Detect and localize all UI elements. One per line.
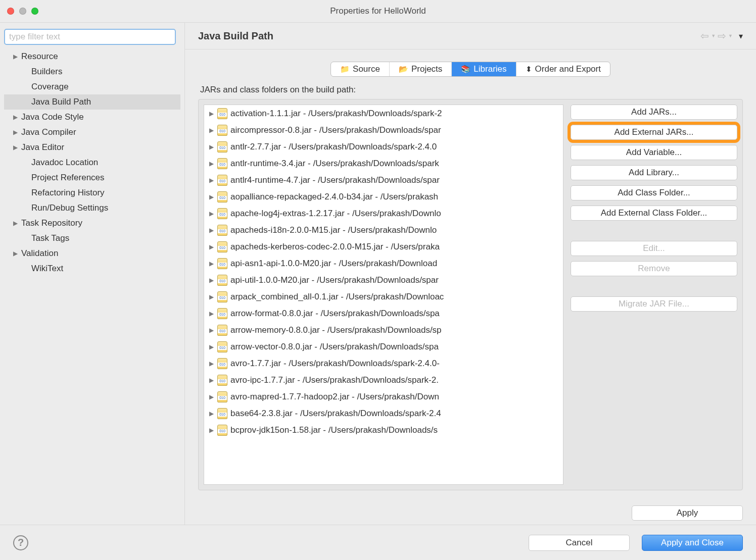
expand-arrow-icon[interactable]: ▶: [207, 210, 215, 217]
tree-item-task-tags[interactable]: Task Tags: [4, 231, 180, 246]
jar-entry[interactable]: ▶api-asn1-api-1.0.0-M20.jar - /Users/pra…: [204, 255, 563, 272]
back-menu-icon[interactable]: ▼: [711, 33, 716, 38]
tree-item-java-build-path[interactable]: Java Build Path: [4, 94, 180, 110]
forward-icon[interactable]: ⇨: [718, 30, 726, 42]
jar-entry[interactable]: ▶arrow-memory-0.8.0.jar - /Users/prakash…: [204, 322, 563, 338]
jar-entry[interactable]: ▶arrow-vector-0.8.0.jar - /Users/prakash…: [204, 338, 563, 355]
forward-menu-icon[interactable]: ▼: [728, 33, 733, 38]
jar-label: arrow-memory-0.8.0.jar - /Users/prakash/…: [230, 325, 442, 335]
expand-arrow-icon[interactable]: ▶: [207, 393, 215, 400]
jar-entry[interactable]: ▶aopalliance-repackaged-2.4.0-b34.jar - …: [204, 188, 563, 205]
tab-libraries[interactable]: 📚Libraries: [452, 62, 516, 76]
expand-arrow-icon[interactable]: ▶: [207, 277, 215, 284]
expand-arrow-icon[interactable]: ▶: [207, 310, 215, 317]
tree-item-resource[interactable]: ▶Resource: [4, 49, 180, 64]
tree-item-java-code-style[interactable]: ▶Java Code Style: [4, 110, 180, 125]
jar-entry[interactable]: ▶arrow-format-0.8.0.jar - /Users/prakash…: [204, 305, 563, 322]
apply-and-close-button[interactable]: Apply and Close: [642, 535, 743, 551]
jar-entry[interactable]: ▶avro-ipc-1.7.7.jar - /Users/prakash/Dow…: [204, 372, 563, 388]
tree-item-java-compiler[interactable]: ▶Java Compiler: [4, 125, 180, 140]
expand-arrow-icon[interactable]: ▶: [207, 427, 215, 434]
tree-item-label: Refactoring History: [31, 188, 105, 198]
expand-arrow-icon[interactable]: ▶: [13, 114, 19, 121]
jar-label: api-util-1.0.0-M20.jar - /Users/prakash/…: [230, 275, 439, 285]
help-icon[interactable]: ?: [13, 535, 28, 550]
tree-item-label: Task Tags: [31, 233, 69, 243]
jar-entry[interactable]: ▶bcprov-jdk15on-1.58.jar - /Users/prakas…: [204, 422, 563, 438]
expand-arrow-icon[interactable]: ▶: [13, 144, 19, 151]
expand-arrow-icon[interactable]: ▶: [207, 143, 215, 150]
jar-entry[interactable]: ▶antlr4-runtime-4.7.jar - /Users/prakash…: [204, 172, 563, 188]
expand-arrow-icon[interactable]: ▶: [207, 377, 215, 384]
back-icon[interactable]: ⇦: [700, 30, 709, 42]
add-jars-button[interactable]: Add JARs...: [571, 105, 737, 120]
expand-arrow-icon[interactable]: ▶: [207, 177, 215, 184]
add-class-folder-button[interactable]: Add Class Folder...: [571, 185, 737, 200]
jar-icon: [217, 158, 227, 169]
expand-arrow-icon[interactable]: ▶: [207, 127, 215, 134]
cancel-button[interactable]: Cancel: [529, 535, 630, 551]
expand-arrow-icon[interactable]: ▶: [13, 220, 19, 227]
tab-projects[interactable]: 📂Projects: [390, 62, 452, 76]
expand-arrow-icon[interactable]: ▶: [13, 250, 19, 257]
jar-entry[interactable]: ▶antlr-2.7.7.jar - /Users/prakash/Downlo…: [204, 138, 563, 155]
page-title: Java Build Path: [198, 30, 273, 42]
tree-item-run-debug-settings[interactable]: Run/Debug Settings: [4, 200, 180, 216]
library-icon: 📚: [461, 65, 470, 74]
jar-icon: [217, 175, 227, 186]
jar-entry[interactable]: ▶activation-1.1.1.jar - /Users/prakash/D…: [204, 105, 563, 122]
jar-entry[interactable]: ▶antlr-runtime-3.4.jar - /Users/prakash/…: [204, 155, 563, 172]
expand-arrow-icon[interactable]: ▶: [207, 227, 215, 234]
jar-icon: [217, 425, 227, 436]
tree-item-wikitext[interactable]: WikiText: [4, 261, 180, 276]
expand-arrow-icon[interactable]: ▶: [13, 53, 19, 60]
jar-entry[interactable]: ▶arpack_combined_all-0.1.jar - /Users/pr…: [204, 288, 563, 305]
jar-label: bcprov-jdk15on-1.58.jar - /Users/prakash…: [230, 425, 438, 435]
expand-arrow-icon[interactable]: ▶: [207, 293, 215, 300]
jar-entry[interactable]: ▶aircompressor-0.8.jar - /Users/prakash/…: [204, 122, 563, 138]
folder-open-icon: 📂: [399, 65, 408, 74]
jar-entry[interactable]: ▶avro-1.7.7.jar - /Users/prakash/Downloa…: [204, 355, 563, 372]
tree-item-builders[interactable]: Builders: [4, 64, 180, 79]
jar-entry[interactable]: ▶avro-mapred-1.7.7-hadoop2.jar - /Users/…: [204, 388, 563, 405]
expand-arrow-icon[interactable]: ▶: [207, 110, 215, 117]
jar-icon: [217, 141, 227, 152]
expand-arrow-icon[interactable]: ▶: [207, 243, 215, 250]
expand-arrow-icon[interactable]: ▶: [207, 343, 215, 350]
expand-arrow-icon[interactable]: ▶: [207, 327, 215, 334]
tab-source[interactable]: 📁Source: [331, 62, 390, 76]
jar-entry[interactable]: ▶apache-log4j-extras-1.2.17.jar - /Users…: [204, 205, 563, 222]
add-variable-button[interactable]: Add Variable...: [571, 145, 737, 160]
tree-item-task-repository[interactable]: ▶Task Repository: [4, 216, 180, 231]
jar-list[interactable]: ▶activation-1.1.1.jar - /Users/prakash/D…: [204, 105, 563, 485]
apply-button[interactable]: Apply: [632, 505, 743, 521]
tree-item-validation[interactable]: ▶Validation: [4, 246, 180, 261]
jar-entry[interactable]: ▶base64-2.3.8.jar - /Users/prakash/Downl…: [204, 405, 563, 422]
view-menu-icon[interactable]: ▾: [739, 31, 743, 41]
expand-arrow-icon[interactable]: ▶: [207, 260, 215, 267]
expand-arrow-icon[interactable]: ▶: [207, 410, 215, 417]
expand-arrow-icon[interactable]: ▶: [207, 160, 215, 167]
tree-item-project-references[interactable]: Project References: [4, 170, 180, 185]
expand-arrow-icon[interactable]: ▶: [207, 193, 215, 200]
add-external-class-folder-button[interactable]: Add External Class Folder...: [571, 206, 737, 221]
jar-entry[interactable]: ▶apacheds-kerberos-codec-2.0.0-M15.jar -…: [204, 238, 563, 255]
tree-item-coverage[interactable]: Coverage: [4, 79, 180, 94]
jar-label: apache-log4j-extras-1.2.17.jar - /Users/…: [230, 209, 441, 219]
expand-arrow-icon[interactable]: ▶: [207, 360, 215, 367]
tab-order-and-export[interactable]: ⬍Order and Export: [516, 62, 610, 76]
main-panel: Java Build Path ⇦▼ ⇨▼ ▾ 📁Source📂Projects…: [185, 23, 756, 525]
tree-item-label: Javadoc Location: [31, 158, 98, 168]
expand-arrow-icon[interactable]: ▶: [13, 129, 19, 136]
tree-item-java-editor[interactable]: ▶Java Editor: [4, 140, 180, 155]
tree-item-label: Java Code Style: [21, 112, 84, 122]
add-library-button[interactable]: Add Library...: [571, 165, 737, 180]
jar-entry[interactable]: ▶apacheds-i18n-2.0.0-M15.jar - /Users/pr…: [204, 222, 563, 238]
tree-item-label: Java Compiler: [21, 127, 76, 137]
jar-entry[interactable]: ▶api-util-1.0.0-M20.jar - /Users/prakash…: [204, 272, 563, 288]
jar-icon: [217, 208, 227, 219]
tree-item-refactoring-history[interactable]: Refactoring History: [4, 185, 180, 200]
filter-input[interactable]: [4, 29, 176, 45]
tree-item-javadoc-location[interactable]: Javadoc Location: [4, 155, 180, 170]
add-external-jars-button[interactable]: Add External JARs...: [571, 125, 737, 140]
